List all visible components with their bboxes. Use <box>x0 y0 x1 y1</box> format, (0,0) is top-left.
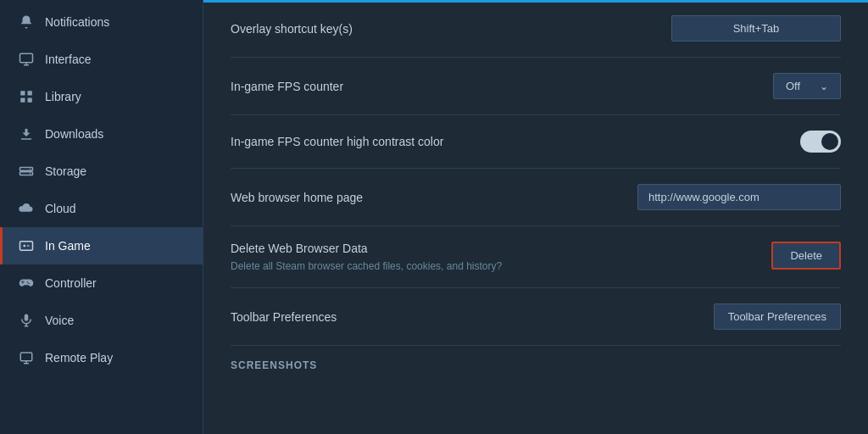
sidebar-label-downloads: Downloads <box>45 127 103 141</box>
sidebar-label-controller: Controller <box>45 276 97 290</box>
sidebar-label-remote-play: Remote Play <box>45 351 113 364</box>
cloud-icon <box>18 200 35 217</box>
sidebar-item-downloads[interactable]: Downloads <box>0 115 203 153</box>
svg-rect-16 <box>20 353 32 361</box>
setting-web-browser-home: Web browser home page http://www.google.… <box>231 169 841 226</box>
toolbar-preferences-button[interactable]: Toolbar Preferences <box>714 303 841 330</box>
delete-browser-control: Delete <box>771 242 841 270</box>
mic-icon <box>18 312 35 329</box>
overlay-shortcut-label: Overlay shortcut key(s) <box>231 22 353 36</box>
overlay-shortcut-control: Shift+Tab <box>671 15 841 42</box>
svg-rect-13 <box>25 314 29 321</box>
web-browser-home-control: http://www.google.com <box>637 184 841 210</box>
delete-browser-label: Delete Web Browser Data <box>231 242 502 255</box>
fps-high-contrast-control <box>800 131 841 153</box>
fps-counter-control: Off ⌄ <box>773 73 841 99</box>
svg-rect-7 <box>21 138 31 140</box>
monitor-icon <box>18 51 35 68</box>
setting-overlay-shortcut: Overlay shortcut key(s) Shift+Tab <box>231 0 841 58</box>
delete-button[interactable]: Delete <box>771 242 841 270</box>
sidebar: Notifications Interface Library <box>0 0 203 434</box>
remote-icon <box>18 349 35 366</box>
web-browser-home-input[interactable]: http://www.google.com <box>637 184 841 210</box>
top-indicator <box>203 0 868 3</box>
toolbar-preferences-control: Toolbar Preferences <box>714 303 841 330</box>
setting-fps-counter: In-game FPS counter Off ⌄ <box>231 58 841 115</box>
sidebar-label-storage: Storage <box>45 164 86 178</box>
sidebar-label-notifications: Notifications <box>45 15 109 29</box>
overlay-shortcut-input[interactable]: Shift+Tab <box>671 15 841 42</box>
sidebar-item-interface[interactable]: Interface <box>0 41 203 78</box>
sidebar-label-voice: Voice <box>45 314 74 327</box>
svg-rect-0 <box>20 53 33 63</box>
delete-browser-sublabel: Delete all Steam browser cached files, c… <box>231 260 502 272</box>
sidebar-item-voice[interactable]: Voice <box>0 302 203 339</box>
setting-fps-high-contrast: In-game FPS counter high contrast color <box>231 115 841 169</box>
sidebar-item-cloud[interactable]: Cloud <box>0 190 203 227</box>
sidebar-item-library[interactable]: Library <box>0 78 203 115</box>
sidebar-label-library: Library <box>45 90 81 103</box>
svg-point-10 <box>30 169 31 170</box>
download-icon <box>18 125 35 142</box>
sidebar-item-notifications[interactable]: Notifications <box>0 3 203 41</box>
svg-rect-12 <box>20 242 33 251</box>
hdd-icon <box>18 163 35 180</box>
sidebar-label-in-game: In Game <box>45 239 91 253</box>
fps-high-contrast-toggle[interactable] <box>800 131 841 153</box>
fps-high-contrast-label: In-game FPS counter high contrast color <box>231 135 443 148</box>
grid-icon <box>18 88 35 105</box>
sidebar-item-storage[interactable]: Storage <box>0 153 203 190</box>
svg-rect-4 <box>28 91 32 95</box>
setting-delete-browser-data: Delete Web Browser Data Delete all Steam… <box>231 226 841 288</box>
main-content: Overlay shortcut key(s) Shift+Tab In-gam… <box>203 0 868 434</box>
sidebar-item-remote-play[interactable]: Remote Play <box>0 339 203 376</box>
chevron-down-icon: ⌄ <box>820 81 828 92</box>
svg-rect-6 <box>28 98 32 103</box>
setting-toolbar-preferences: Toolbar Preferences Toolbar Preferences <box>231 288 841 346</box>
controller-icon <box>18 275 35 292</box>
svg-rect-5 <box>20 98 25 103</box>
screenshots-section-header: SCREENSHOTS <box>231 346 841 378</box>
sidebar-label-cloud: Cloud <box>45 202 76 215</box>
fps-counter-value: Off <box>786 80 800 92</box>
sidebar-item-controller[interactable]: Controller <box>0 264 203 302</box>
sidebar-item-in-game[interactable]: In Game <box>0 227 203 264</box>
fps-counter-label: In-game FPS counter <box>231 80 343 93</box>
fps-counter-dropdown[interactable]: Off ⌄ <box>773 73 841 99</box>
ingame-icon <box>18 237 35 254</box>
web-browser-home-label: Web browser home page <box>231 191 363 204</box>
toolbar-preferences-label: Toolbar Preferences <box>231 310 337 324</box>
bell-icon <box>18 14 35 31</box>
svg-rect-3 <box>20 91 25 95</box>
sidebar-label-interface: Interface <box>45 53 91 66</box>
toggle-knob <box>821 133 838 150</box>
svg-point-11 <box>30 173 31 175</box>
delete-browser-label-group: Delete Web Browser Data Delete all Steam… <box>231 242 502 272</box>
